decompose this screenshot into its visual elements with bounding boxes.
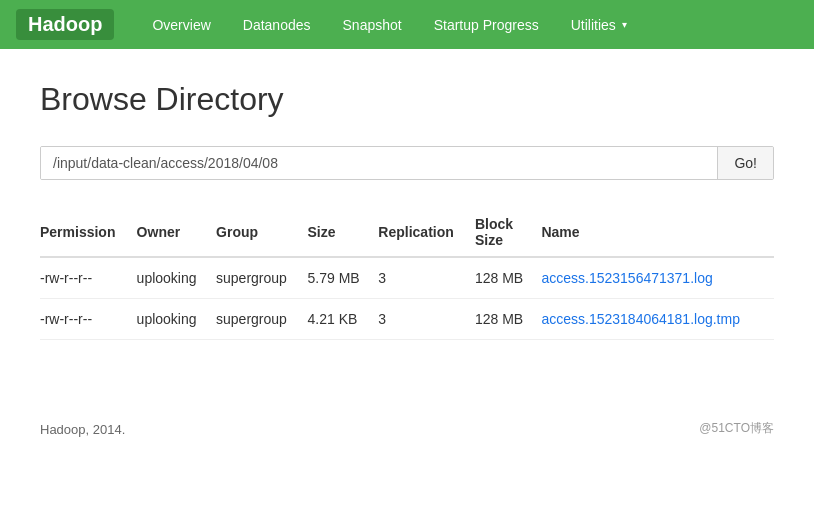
nav-link-utilities[interactable]: Utilities ▾ xyxy=(557,11,641,39)
col-replication: Replication xyxy=(378,208,475,257)
nav-link-datanodes[interactable]: Datanodes xyxy=(229,11,325,39)
footer-copyright: Hadoop, 2014. xyxy=(40,422,125,437)
footer-watermark: @51CTO博客 xyxy=(699,420,774,437)
cell-replication: 3 xyxy=(378,257,475,299)
cell-permission: -rw-r--r-- xyxy=(40,257,137,299)
cell-size: 5.79 MB xyxy=(308,257,379,299)
cell-group: supergroup xyxy=(216,299,307,340)
file-table: Permission Owner Group Size Replication … xyxy=(40,208,774,340)
cell-replication: 3 xyxy=(378,299,475,340)
file-link[interactable]: access.1523184064181.log.tmp xyxy=(541,311,739,327)
nav-link-overview[interactable]: Overview xyxy=(138,11,224,39)
main-content: Browse Directory Go! Permission Owner Gr… xyxy=(0,49,814,360)
cell-block-size: 128 MB xyxy=(475,257,542,299)
cell-owner: uplooking xyxy=(137,299,216,340)
nav-link-startup-progress[interactable]: Startup Progress xyxy=(420,11,553,39)
cell-group: supergroup xyxy=(216,257,307,299)
col-group: Group xyxy=(216,208,307,257)
table-row: -rw-r--r-- uplooking supergroup 4.21 KB … xyxy=(40,299,774,340)
cell-owner: uplooking xyxy=(137,257,216,299)
col-name: Name xyxy=(541,208,774,257)
nav-brand: Hadoop xyxy=(16,9,114,40)
cell-permission: -rw-r--r-- xyxy=(40,299,137,340)
file-link[interactable]: access.1523156471371.log xyxy=(541,270,712,286)
col-size: Size xyxy=(308,208,379,257)
col-block-size: BlockSize xyxy=(475,208,542,257)
page-title: Browse Directory xyxy=(40,81,774,118)
search-bar: Go! xyxy=(40,146,774,180)
col-permission: Permission xyxy=(40,208,137,257)
cell-name[interactable]: access.1523184064181.log.tmp xyxy=(541,299,774,340)
footer: Hadoop, 2014. @51CTO博客 xyxy=(0,420,814,457)
col-owner: Owner xyxy=(137,208,216,257)
chevron-down-icon: ▾ xyxy=(622,19,627,30)
go-button[interactable]: Go! xyxy=(717,147,773,179)
cell-block-size: 128 MB xyxy=(475,299,542,340)
nav-link-snapshot[interactable]: Snapshot xyxy=(329,11,416,39)
path-input[interactable] xyxy=(41,147,717,179)
table-header-row: Permission Owner Group Size Replication … xyxy=(40,208,774,257)
nav-links: Overview Datanodes Snapshot Startup Prog… xyxy=(138,11,640,39)
cell-size: 4.21 KB xyxy=(308,299,379,340)
cell-name[interactable]: access.1523156471371.log xyxy=(541,257,774,299)
table-row: -rw-r--r-- uplooking supergroup 5.79 MB … xyxy=(40,257,774,299)
navbar: Hadoop Overview Datanodes Snapshot Start… xyxy=(0,0,814,49)
